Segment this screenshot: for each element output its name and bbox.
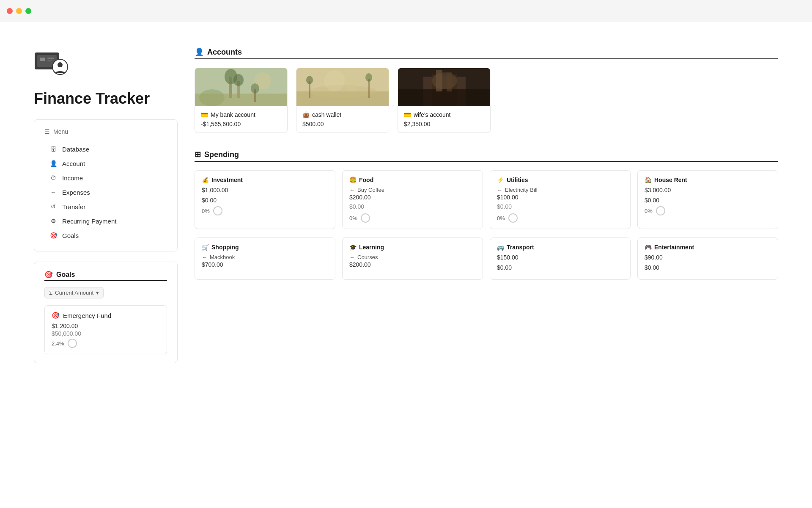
food-sub-icon: ← [349, 187, 355, 193]
accounts-header: 👤 Accounts [195, 47, 778, 57]
account-icon: 👤 [49, 160, 57, 167]
shopping-sub-icon: ← [202, 254, 207, 260]
shopping-sub-label: Mackbook [210, 254, 235, 260]
menu-header: ☰ Menu [44, 128, 167, 135]
expenses-icon: ← [49, 188, 57, 196]
svg-rect-4 [47, 60, 52, 61]
goal-item-emergency-fund[interactable]: 🎯 Emergency Fund $1,200.00 $50,000.00 2.… [44, 305, 167, 354]
sidebar-item-label: Account [62, 160, 85, 167]
spending-title-transport: 🚌 Transport [497, 244, 623, 251]
house-rent-pct: 0% [645, 208, 653, 214]
svg-point-21 [306, 76, 313, 84]
chevron-down-icon: ▾ [96, 290, 99, 296]
maximize-button[interactable] [25, 8, 31, 14]
food-spent: $0.00 [349, 203, 476, 210]
goal-item-icon: 🎯 [52, 312, 60, 319]
accounts-grid: 💳 My bank account -$1,565,600.00 [195, 68, 778, 133]
minimize-button[interactable] [16, 8, 22, 14]
account-card-bank[interactable]: 💳 My bank account -$1,565,600.00 [195, 68, 288, 133]
account-card-cash[interactable]: 👜 cash wallet $500.00 [296, 68, 389, 133]
food-sub: ← Buy Coffee [349, 187, 476, 193]
svg-rect-2 [40, 58, 45, 61]
learning-icon: 🎓 [349, 244, 357, 251]
sidebar-item-income[interactable]: ⏱ Income [44, 171, 167, 185]
account-name-wife: 💳 wife's account [404, 111, 484, 118]
transfer-icon: ↺ [49, 203, 57, 210]
goal-progress-pct: 2.4% [52, 340, 64, 347]
app-icon [34, 47, 72, 77]
sidebar-item-transfer[interactable]: ↺ Transfer [44, 199, 167, 214]
hamburger-icon: ☰ [44, 128, 50, 135]
learning-sub-label: Courses [357, 254, 378, 260]
spending-card-investment[interactable]: 💰 Investment $1,000.00 $0.00 0% [195, 170, 335, 229]
spending-title-learning: 🎓 Learning [349, 244, 476, 251]
spending-title-shopping: 🛒 Shopping [202, 244, 328, 251]
spending-title-house-rent: 🏠 House Rent [645, 177, 771, 183]
account-amount-wife: $2,350.00 [404, 121, 484, 127]
account-body-bank: 💳 My bank account -$1,565,600.00 [195, 106, 287, 133]
svg-rect-30 [398, 89, 491, 106]
spending-card-house-rent[interactable]: 🏠 House Rent $3,000.00 $0.00 0% [637, 170, 778, 229]
utilities-amount: $100.00 [497, 194, 623, 201]
spending-grid-row2: 🛒 Shopping ← Mackbook $700.00 🎓 Learning [195, 237, 778, 280]
goal-target-amount: $50,000.00 [52, 330, 160, 337]
shopping-sub: ← Mackbook [202, 254, 328, 260]
goal-item-name: Emergency Fund [63, 312, 111, 319]
sidebar-item-label: Expenses [62, 189, 90, 196]
account-image-bank [195, 68, 287, 106]
accounts-section: 👤 Accounts [195, 47, 778, 133]
goals-card: 🎯 Goals Σ Current Amount ▾ 🎯 Emergency F… [34, 262, 178, 363]
database-icon: 🗄 [49, 145, 57, 153]
spending-card-utilities[interactable]: ⚡ Utilities ← Electricity Bill $100.00 $… [490, 170, 631, 229]
spending-title: Spending [204, 150, 239, 159]
accounts-underline [195, 58, 778, 59]
spending-card-shopping[interactable]: 🛒 Shopping ← Mackbook $700.00 [195, 237, 335, 280]
learning-sub-icon: ← [349, 254, 355, 260]
sidebar-item-label: Transfer [62, 203, 85, 210]
investment-progress-circle [213, 206, 222, 215]
spending-grid-icon: ⊞ [195, 150, 201, 159]
sidebar-item-database[interactable]: 🗄 Database [44, 142, 167, 156]
spending-section: ⊞ Spending 💰 Investment $1,000.00 $0.00 … [195, 150, 778, 280]
spending-card-learning[interactable]: 🎓 Learning ← Courses $200.00 [342, 237, 483, 280]
account-name-cash: 👜 cash wallet [302, 111, 383, 118]
shopping-amount: $700.00 [202, 261, 328, 268]
sidebar-item-goals[interactable]: 🎯 Goals [44, 228, 167, 243]
svg-point-16 [251, 83, 259, 94]
utilities-progress-circle [508, 213, 518, 223]
house-rent-budget: $3,000.00 [645, 187, 771, 193]
house-rent-amount: $0.00 [645, 197, 771, 204]
goals-section-header: 🎯 Goals [44, 271, 167, 279]
learning-sub: ← Courses [349, 254, 476, 260]
spending-card-food[interactable]: 🍔 Food ← Buy Coffee $200.00 $0.00 0% [342, 170, 483, 229]
svg-rect-32 [447, 72, 452, 91]
utilities-sub-icon: ← [497, 187, 502, 193]
goal-progress: 2.4% [52, 339, 160, 348]
account-card-wife[interactable]: 💳 wife's account $2,350.00 [398, 68, 491, 133]
goals-icon: 🎯 [49, 232, 57, 239]
learning-amount: $200.00 [349, 261, 476, 268]
svg-point-12 [233, 74, 244, 86]
sidebar-item-recurring-payment[interactable]: ⚙ Recurring Payment [44, 214, 167, 228]
sidebar-item-account[interactable]: 👤 Account [44, 156, 167, 171]
goals-filter-button[interactable]: Σ Current Amount ▾ [44, 287, 104, 298]
food-progress: 0% [349, 213, 476, 223]
wife-card-icon: 💳 [404, 111, 411, 118]
goals-filter-label: Current Amount [55, 290, 93, 296]
spending-card-transport[interactable]: 🚌 Transport $150.00 $0.00 [490, 237, 631, 280]
sidebar-item-label: Database [62, 146, 89, 153]
entertainment-amount: $0.00 [645, 264, 771, 271]
food-sub-label: Buy Coffee [357, 187, 384, 193]
account-body-cash: 👜 cash wallet $500.00 [296, 106, 389, 133]
house-rent-progress-circle [656, 206, 665, 215]
utilities-sub-label: Electricity Bill [505, 187, 538, 193]
app-title: Finance Tracker [34, 90, 178, 108]
spending-header: ⊞ Spending [195, 150, 778, 159]
svg-rect-3 [47, 58, 54, 59]
close-button[interactable] [7, 8, 13, 14]
sidebar-item-expenses[interactable]: ← Expenses [44, 185, 167, 199]
svg-point-29 [432, 72, 457, 89]
goals-underline [44, 280, 167, 281]
spending-card-entertainment[interactable]: 🎮 Entertainment $90.00 $0.00 [637, 237, 778, 280]
investment-icon: 💰 [202, 177, 209, 183]
